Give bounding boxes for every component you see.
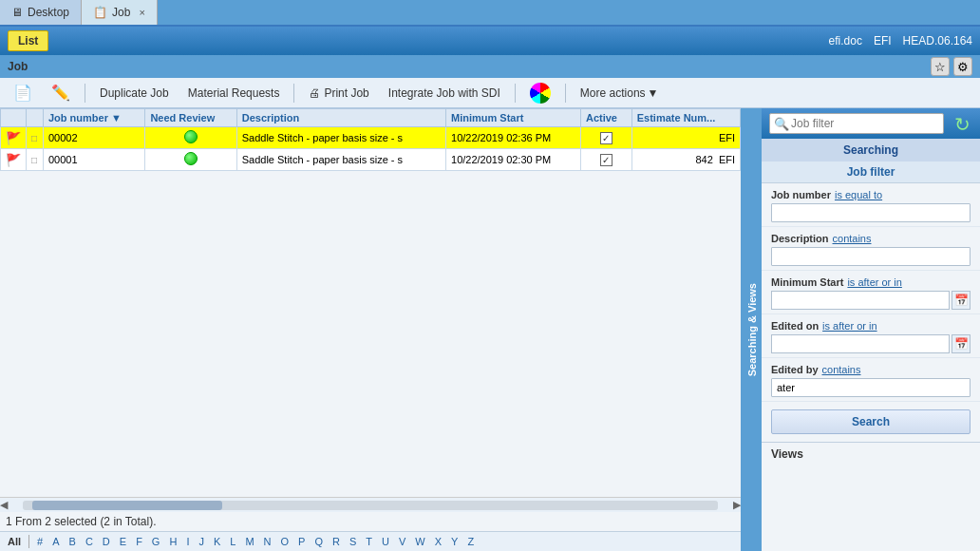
alpha-y-button[interactable]: Y [447, 535, 462, 548]
material-requests-button[interactable]: Material Requests [180, 84, 288, 103]
tab-desktop[interactable]: 🖥 Desktop [0, 0, 82, 25]
alpha-bar: All # ABCDEFGHIJKLMNOPQRSTUVWXYZ [0, 531, 741, 551]
tab-job[interactable]: 📋 Job × [82, 0, 158, 25]
search-button[interactable]: Search [771, 409, 971, 434]
toolbar-sep-4 [565, 84, 566, 103]
more-actions-button[interactable]: More actions ▼ [573, 84, 667, 103]
scroll-left-btn[interactable]: ◀ [0, 499, 8, 511]
integrate-sdi-button[interactable]: Integrate Job with SDI [381, 84, 508, 103]
field-op-description[interactable]: contains [833, 233, 872, 244]
scroll-right-btn[interactable]: ▶ [733, 499, 741, 511]
scroll-thumb[interactable] [32, 501, 222, 510]
col-flag [1, 109, 27, 127]
table-wrapper[interactable]: Job number ▼ Need Review Description Min… [0, 108, 741, 497]
alpha-w-button[interactable]: W [411, 535, 428, 548]
table-row[interactable]: 🚩 □ 00002 Saddle Stitch - paper basis si… [1, 127, 741, 149]
flag-icon: 🚩 [6, 131, 21, 145]
side-tab-area[interactable]: Searching & Views [743, 108, 762, 551]
calendar-icon: 📅 [954, 294, 969, 307]
col-estimate-num[interactable]: Estimate Num... [631, 109, 740, 127]
field-op-minimum-start[interactable]: is after or in [847, 276, 901, 288]
search-box-container: 🔍 [769, 113, 944, 134]
efi-logo-button[interactable] [522, 80, 558, 106]
field-name-description: Description [771, 233, 829, 244]
alpha-v-button[interactable]: V [395, 535, 409, 548]
cell-job-number: 00002 [44, 127, 145, 149]
col-description[interactable]: Description [236, 109, 445, 127]
cell-flag: 🚩 [1, 127, 27, 149]
material-requests-label: Material Requests [188, 86, 280, 100]
field-op-edited-on[interactable]: is after or in [822, 320, 876, 332]
scroll-track[interactable] [23, 501, 718, 510]
field-op-edited-by[interactable]: contains [822, 364, 861, 375]
cell-estimate-num: EFI [631, 127, 740, 149]
table-area: Job number ▼ Need Review Description Min… [0, 108, 743, 551]
edit-icon-cell: □ [31, 155, 37, 165]
alpha-l-button[interactable]: L [226, 535, 239, 548]
star-icon[interactable]: ☆ [931, 57, 950, 76]
cell-edit: □ [27, 149, 44, 171]
alpha-b-button[interactable]: B [66, 535, 80, 548]
col-edit [27, 109, 44, 127]
col-active[interactable]: Active [580, 109, 631, 127]
list-button[interactable]: List [8, 30, 48, 51]
alpha-m-button[interactable]: M [241, 535, 257, 548]
cell-job-number: 00001 [44, 149, 145, 171]
minimum-start-calendar-button[interactable]: 📅 [952, 291, 971, 310]
alpha-u-button[interactable]: U [378, 535, 393, 548]
field-op-job-number[interactable]: is equal to [835, 189, 882, 200]
alpha-x-button[interactable]: X [431, 535, 445, 548]
alpha-d-button[interactable]: D [99, 535, 114, 548]
side-tab-label[interactable]: Searching & Views [746, 283, 758, 376]
searching-title: Searching [762, 139, 980, 162]
toolbar-sep-2 [293, 84, 294, 103]
alpha-g-button[interactable]: G [148, 535, 164, 548]
alpha-hash-button[interactable]: # [33, 535, 47, 548]
print-job-label: Print Job [324, 86, 368, 100]
title-bar-icons: ☆ ⚙ [931, 57, 972, 76]
alpha-n-button[interactable]: N [260, 535, 275, 548]
alpha-c-button[interactable]: C [82, 535, 97, 548]
tab-close-button[interactable]: × [139, 7, 144, 18]
alpha-o-button[interactable]: O [277, 535, 293, 548]
edit-icon-cell: □ [31, 133, 37, 143]
alpha-f-button[interactable]: F [132, 535, 146, 548]
tab-desktop-label: Desktop [28, 6, 69, 19]
col-need-review[interactable]: Need Review [145, 109, 236, 127]
alpha-h-button[interactable]: H [165, 535, 180, 548]
edit-button[interactable]: ✏️ [44, 81, 78, 104]
col-minimum-start[interactable]: Minimum Start [446, 109, 581, 127]
refresh-button[interactable]: ↻ [952, 113, 972, 134]
edited-on-filter-input[interactable] [771, 334, 950, 353]
description-filter-input[interactable] [771, 247, 971, 266]
col-job-number[interactable]: Job number ▼ [44, 109, 145, 127]
alpha-i-button[interactable]: I [182, 535, 193, 548]
alpha-j-button[interactable]: J [195, 535, 208, 548]
job-filter-search-input[interactable] [769, 113, 944, 134]
edited-by-filter-input[interactable] [771, 378, 971, 397]
print-job-button[interactable]: 🖨 Print Job [301, 84, 376, 103]
alpha-t-button[interactable]: T [362, 535, 376, 548]
table-row[interactable]: 🚩 □ 00001 Saddle Stitch - paper basis si… [1, 149, 741, 171]
alpha-q-button[interactable]: Q [311, 535, 327, 548]
new-button[interactable]: 📄 [6, 81, 40, 104]
gear-icon[interactable]: ⚙ [953, 57, 972, 76]
views-section: Views [762, 442, 980, 466]
status-bar: 1 From 2 selected (2 in Total). [0, 512, 741, 531]
alpha-k-button[interactable]: K [210, 535, 224, 548]
edited-on-calendar-button[interactable]: 📅 [952, 334, 971, 353]
alpha-e-button[interactable]: E [116, 535, 130, 548]
horizontal-scrollbar[interactable]: ◀ ▶ [0, 497, 741, 512]
alpha-s-button[interactable]: S [346, 535, 360, 548]
alpha-r-button[interactable]: R [329, 535, 344, 548]
field-name-edited-on: Edited on [771, 320, 819, 332]
alpha-a-button[interactable]: A [48, 535, 63, 548]
alpha-z-button[interactable]: Z [463, 535, 478, 548]
duplicate-job-button[interactable]: Duplicate Job [92, 84, 177, 103]
cell-minimum-start: 10/22/2019 02:36 PM [446, 127, 581, 149]
alpha-p-button[interactable]: P [294, 535, 309, 548]
alpha-all-button[interactable]: All [4, 535, 25, 548]
minimum-start-filter-input[interactable] [771, 291, 950, 310]
page-title: Job [8, 60, 28, 73]
job-number-filter-input[interactable] [771, 203, 971, 222]
